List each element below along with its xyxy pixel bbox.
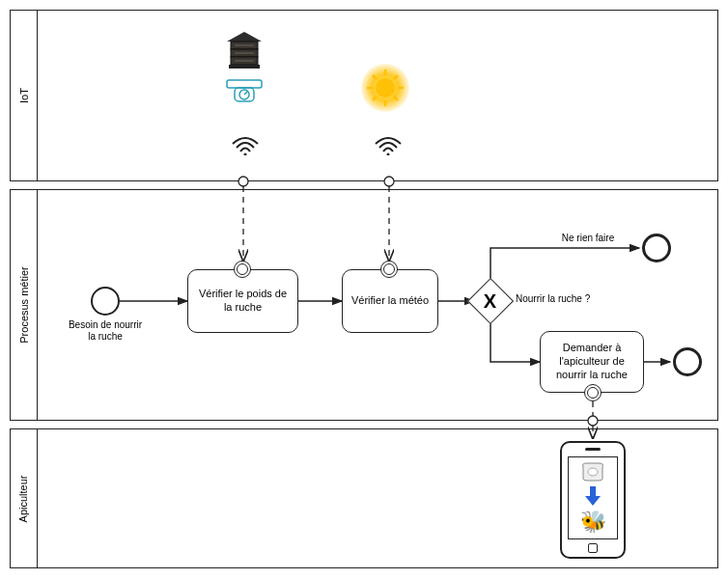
svg-point-27 bbox=[588, 468, 598, 476]
svg-line-19 bbox=[394, 96, 398, 100]
end-event-no-action bbox=[642, 234, 671, 262]
start-event-label: Besoin de nourrir la ruche bbox=[67, 319, 144, 343]
sugar-bag-icon bbox=[579, 461, 606, 482]
svg-line-18 bbox=[373, 75, 377, 79]
lane-iot-content bbox=[38, 11, 717, 180]
signal-icon bbox=[231, 136, 260, 155]
scale-icon bbox=[225, 78, 264, 105]
phone-icon: 🐝 bbox=[560, 441, 626, 559]
svg-line-11 bbox=[244, 92, 247, 95]
message-throw-event bbox=[584, 384, 602, 401]
lane-apiculteur-label: Apiculteur bbox=[18, 475, 30, 522]
svg-marker-0 bbox=[227, 32, 262, 41]
task-check-weight: Vérifier le poids de la ruche bbox=[187, 269, 298, 333]
svg-line-20 bbox=[373, 96, 377, 100]
svg-rect-7 bbox=[229, 65, 260, 69]
lane-process-label: Procesus métier bbox=[18, 266, 30, 343]
lane-process: Procesus métier Besoin de nourrir la ruc… bbox=[10, 189, 718, 421]
end-event-requested bbox=[673, 347, 702, 376]
signal-icon bbox=[374, 136, 403, 155]
svg-rect-28 bbox=[590, 486, 596, 496]
lane-iot: IoT bbox=[10, 10, 718, 181]
svg-point-13 bbox=[376, 78, 395, 97]
beehive-icon bbox=[223, 30, 266, 72]
lane-apiculteur-content: 🐝 bbox=[38, 429, 717, 567]
svg-rect-8 bbox=[227, 80, 262, 88]
lane-iot-label: IoT bbox=[18, 88, 30, 103]
lane-apiculteur: Apiculteur 🐝 bbox=[10, 428, 718, 568]
task-check-weather: Vérifier la météo bbox=[342, 269, 438, 333]
svg-point-12 bbox=[244, 153, 247, 156]
svg-marker-29 bbox=[585, 496, 601, 506]
lane-label: Procesus métier bbox=[11, 190, 38, 420]
message-catch-event bbox=[380, 261, 398, 278]
sun-icon bbox=[361, 64, 409, 112]
bee-icon: 🐝 bbox=[580, 510, 606, 535]
arrow-down-icon bbox=[585, 486, 601, 506]
gateway-label: Nourrir la ruche ? bbox=[516, 293, 602, 305]
path-no-label: Ne rien faire bbox=[545, 233, 631, 244]
gateway-feed-hive: X bbox=[474, 285, 507, 317]
svg-line-21 bbox=[394, 75, 398, 79]
lane-process-content: Besoin de nourrir la ruche Vérifier le p… bbox=[38, 190, 717, 420]
lane-label: Apiculteur bbox=[11, 429, 38, 567]
lane-label: IoT bbox=[11, 11, 38, 180]
svg-point-22 bbox=[387, 153, 390, 156]
message-catch-event bbox=[234, 261, 251, 278]
start-event bbox=[91, 287, 120, 316]
